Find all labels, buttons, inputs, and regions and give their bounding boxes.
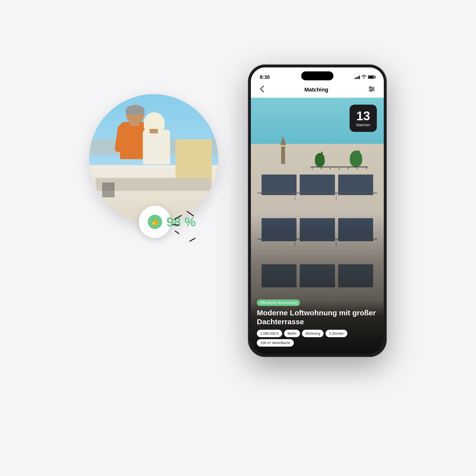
property-overlay: Öffentliche Vermarktung Moderne Loftwohn… [251, 299, 384, 354]
svg-point-5 [370, 90, 372, 91]
property-city: Berlin [284, 330, 300, 337]
phone-mockup: 8:30 [248, 64, 387, 357]
svg-point-4 [372, 88, 374, 90]
filter-button[interactable] [366, 84, 377, 95]
property-card[interactable]: 13 Matches Öffentliche Vermarktung Moder… [251, 98, 384, 354]
svg-point-3 [370, 87, 371, 88]
property-area: 108 m² Wohnfläche [257, 339, 294, 347]
property-title: Moderne Loftwohnung mit großer Dachterra… [257, 308, 378, 326]
property-rooms: 3 Zimmer [326, 330, 347, 337]
match-percentage: 98 % [166, 214, 196, 229]
status-time: 8:30 [260, 74, 270, 80]
dynamic-island [301, 71, 333, 80]
match-badge: 👍 98 % [139, 206, 171, 238]
phone-screen: 8:30 [251, 67, 384, 354]
matches-badge: 13 Matches [350, 105, 377, 132]
signal-bar-2 [356, 77, 357, 79]
couple-photo-circle [89, 94, 218, 223]
matches-label: Matches [356, 123, 370, 127]
property-price: 1.090.000 € [257, 330, 282, 337]
back-button[interactable] [258, 84, 266, 96]
scene: 👍 98 % 8:30 [89, 64, 387, 412]
signal-bar-4 [359, 76, 360, 79]
nav-title: Matching [304, 87, 328, 93]
property-type: Wohnung [302, 330, 324, 337]
property-detail-tags: 1.090.000 € Berlin Wohnung 3 Zimmer 108 … [257, 330, 378, 347]
matches-number: 13 [356, 110, 370, 122]
battery-icon [368, 75, 375, 79]
wifi-icon [361, 75, 366, 80]
signal-bar-3 [357, 76, 358, 79]
status-icons [355, 75, 375, 80]
signal-bar-1 [355, 78, 356, 79]
marketing-tag: Öffentliche Vermarktung [257, 299, 300, 306]
nav-bar: Matching [251, 82, 384, 98]
signal-icon [355, 75, 360, 79]
thumbs-up-icon: 👍 [148, 215, 162, 229]
